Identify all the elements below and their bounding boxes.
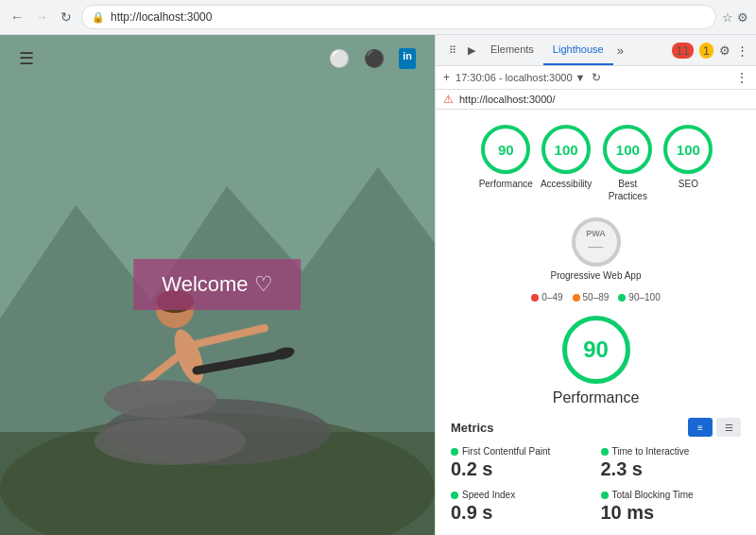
pwa-description: Progressive Web App — [551, 270, 642, 281]
toggle-grid-view[interactable]: ☰ — [716, 418, 741, 437]
reload-devtools-icon[interactable]: ↻ — [592, 71, 601, 84]
metric-dot-si — [451, 492, 458, 499]
devtools-more-icon[interactable]: ⋮ — [735, 70, 748, 85]
devtools-drag-icon[interactable]: ⠿ — [443, 44, 462, 57]
address-bar[interactable]: 🔒 http://localhost:3000 — [81, 5, 716, 29]
metric-tti-name: Time to Interactive — [612, 446, 690, 457]
pwa-circle: PWA — — [572, 217, 621, 267]
performance-label: Performance — [479, 178, 533, 190]
error-badge: 11 — [672, 43, 693, 59]
best-practices-label: Best Practices — [599, 178, 656, 202]
hamburger-menu[interactable]: ☰ — [19, 48, 34, 69]
lock-icon: 🔒 — [92, 11, 105, 24]
tab-elements[interactable]: Elements — [481, 35, 543, 65]
accessibility-label: Accessibility — [541, 178, 592, 190]
big-score-section: 90 Performance — [451, 316, 741, 406]
back-button[interactable]: ← — [8, 8, 26, 26]
devtools-panel: ⠿ ▶ Elements Lighthouse » 11 1 ⚙ ⋮ + — [435, 35, 756, 535]
metric-dot-tbt — [601, 492, 609, 499]
metrics-title: Metrics — [451, 421, 494, 435]
vertical-dots-icon[interactable]: ⋮ — [736, 43, 748, 58]
metric-tti-value: 2.3 s — [601, 458, 742, 480]
metric-si-row: Speed Index — [451, 490, 592, 500]
svg-point-5 — [94, 418, 246, 465]
pwa-section: PWA — Progressive Web App — [451, 217, 741, 281]
metric-fcp-row: First Contentful Paint — [451, 446, 592, 457]
metrics-grid: First Contentful Paint 0.2 s Time to Int… — [451, 446, 741, 524]
metric-dot-tti — [601, 448, 609, 456]
devtools-tabs: ⠿ ▶ Elements Lighthouse » 11 1 ⚙ ⋮ — [443, 35, 748, 65]
linkedin-icon[interactable]: in — [399, 48, 416, 69]
browser-toolbar: ← → ↻ 🔒 http://localhost:3000 ☆ ⚙ — [0, 0, 756, 34]
accessibility-circle: 100 — [541, 125, 591, 174]
github-icon[interactable]: ⚪ — [329, 48, 350, 69]
metric-tti-row: Time to Interactive — [601, 446, 742, 457]
legend-dot-green — [618, 294, 626, 302]
nav-icons: ⚪ ⚫ in — [329, 48, 416, 69]
devtools-inspect-icon[interactable]: ▶ — [462, 44, 481, 57]
metric-si-name: Speed Index — [462, 490, 515, 500]
metrics-toggle: ≡ ☰ — [688, 418, 741, 437]
warning-icon: ⚠ — [443, 93, 454, 106]
big-performance-label: Performance — [553, 389, 640, 406]
legend-dot-orange — [573, 294, 580, 302]
performance-circle: 90 — [481, 125, 530, 174]
metric-tbt-name: Total Blocking Time — [612, 490, 694, 500]
main-content: ☰ ⚪ ⚫ in Welcome ♡ ⠿ ▶ Elements Lighthou… — [0, 35, 756, 535]
devtools-url-bar: ⚠ http://localhost:3000/ — [436, 90, 756, 110]
metric-fcp: First Contentful Paint 0.2 s — [451, 446, 592, 480]
extensions-icon[interactable]: ⚙ — [737, 10, 748, 25]
page-url: http://localhost:3000/ — [459, 94, 556, 105]
devtools-right-icons: 11 1 ⚙ ⋮ — [672, 43, 748, 59]
score-best-practices: 100 Best Practices — [599, 125, 656, 202]
metrics-header: Metrics ≡ ☰ — [451, 418, 741, 437]
svg-point-12 — [104, 380, 217, 418]
legend-red: 0–49 — [531, 292, 562, 302]
lighthouse-content[interactable]: 90 Performance 100 Accessibility 100 Bes… — [436, 110, 756, 535]
browser-actions: ☆ ⚙ — [722, 10, 748, 25]
big-performance-circle: 90 — [562, 316, 630, 384]
legend: 0–49 50–89 90–100 — [451, 292, 741, 302]
welcome-badge: Welcome ♡ — [133, 259, 301, 310]
legend-green: 90–100 — [618, 292, 660, 302]
metric-dot-fcp — [451, 448, 458, 456]
best-practices-circle: 100 — [603, 125, 652, 174]
whatsapp-icon[interactable]: ⚫ — [364, 48, 385, 69]
score-accessibility: 100 Accessibility — [541, 125, 592, 202]
website-panel: ☰ ⚪ ⚫ in Welcome ♡ — [0, 35, 435, 535]
more-tabs-icon[interactable]: » — [613, 43, 627, 58]
warn-badge: 1 — [699, 43, 713, 59]
metric-si-value: 0.9 s — [451, 502, 592, 524]
metric-tbt-value: 10 ms — [601, 502, 742, 524]
url-text: http://localhost:3000 — [111, 10, 212, 24]
timestamp-url: 17:30:06 - localhost:3000 ▼ — [455, 72, 585, 83]
forward-button[interactable]: → — [32, 8, 51, 26]
metric-tbt-row: Total Blocking Time — [601, 490, 742, 500]
pwa-label-inner: PWA — [586, 229, 606, 238]
scores-row: 90 Performance 100 Accessibility 100 Bes… — [451, 125, 741, 202]
metric-fcp-name: First Contentful Paint — [462, 446, 550, 457]
metric-tbt: Total Blocking Time 10 ms — [601, 490, 742, 524]
devtools-subheader: + 17:30:06 - localhost:3000 ▼ ↻ ⋮ — [436, 66, 756, 90]
pwa-dash: — — [589, 238, 604, 255]
top-navigation: ☰ ⚪ ⚫ in — [0, 35, 435, 82]
metric-fcp-value: 0.2 s — [451, 458, 592, 480]
browser-chrome: ← → ↻ 🔒 http://localhost:3000 ☆ ⚙ — [0, 0, 756, 35]
toggle-list-view[interactable]: ≡ — [688, 418, 713, 437]
welcome-text: Welcome ♡ — [162, 272, 272, 296]
reload-button[interactable]: ↻ — [57, 8, 76, 26]
tab-lighthouse[interactable]: Lighthouse — [543, 35, 613, 65]
bookmark-icon[interactable]: ☆ — [722, 10, 733, 25]
legend-dot-red — [531, 294, 539, 302]
seo-label: SEO — [679, 178, 698, 190]
legend-orange: 50–89 — [573, 292, 610, 302]
metric-tti: Time to Interactive 2.3 s — [601, 446, 742, 480]
score-seo: 100 SEO — [663, 125, 713, 202]
devtools-header: ⠿ ▶ Elements Lighthouse » 11 1 ⚙ ⋮ — [436, 35, 756, 66]
metric-si: Speed Index 0.9 s — [451, 490, 592, 524]
add-panel-icon[interactable]: + — [443, 71, 450, 84]
seo-circle: 100 — [663, 125, 713, 174]
score-performance: 90 Performance — [479, 125, 533, 202]
settings-icon[interactable]: ⚙ — [719, 43, 730, 58]
